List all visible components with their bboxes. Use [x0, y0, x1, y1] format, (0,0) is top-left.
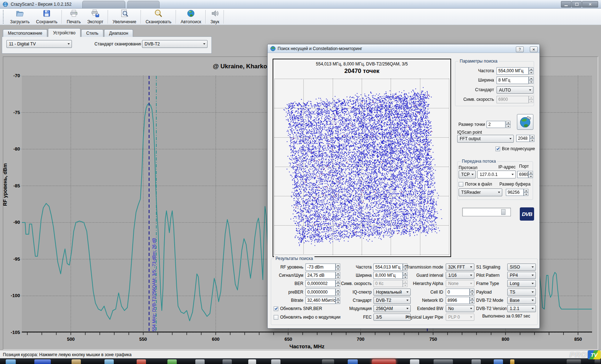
- res4-row-5-combo[interactable]: 1.2.1: [507, 305, 536, 312]
- point-size-field[interactable]: 2: [487, 121, 505, 128]
- taskbar-orange-dot[interactable]: [510, 359, 514, 364]
- res2-row-1-field[interactable]: 8,000 МГц: [373, 272, 403, 279]
- taskbar-window-app[interactable]: [434, 359, 453, 364]
- res1-row-1-field[interactable]: 24,75 dB: [306, 272, 336, 279]
- res4-row-1-combo[interactable]: PP4: [507, 272, 536, 279]
- taskbar-gray-app[interactable]: [195, 359, 205, 364]
- tab-location[interactable]: Местоположение: [3, 29, 47, 37]
- scan-standard-select[interactable]: DVB-T2: [142, 40, 207, 48]
- res4-row-4-combo[interactable]: Base: [507, 297, 536, 304]
- taskbar-active-red[interactable]: [372, 359, 396, 364]
- port-field[interactable]: 6969: [517, 171, 528, 178]
- taskbar-blue2-app[interactable]: [494, 359, 503, 364]
- taskbar-blue-square[interactable]: [348, 359, 358, 364]
- param-row-1-field[interactable]: 8 МГц: [497, 77, 529, 84]
- scan-magnifier-icon: [154, 9, 163, 19]
- dialog-close-button[interactable]: ✕: [530, 46, 538, 52]
- res3-row-3-spinner[interactable]: [470, 289, 474, 296]
- tab-range[interactable]: Диапазон: [104, 29, 133, 37]
- res4-row-2-combo[interactable]: Long: [507, 280, 536, 287]
- y-tick-label: -95: [5, 256, 20, 262]
- param-row-2-combo[interactable]: AUTO: [497, 86, 533, 94]
- taskbar[interactable]: [0, 358, 601, 364]
- sound-button[interactable]: Звук: [207, 9, 223, 25]
- constellation-scatter[interactable]: [274, 79, 449, 255]
- load-button[interactable]: Загрузить: [7, 9, 33, 25]
- port-spinner[interactable]: [528, 171, 533, 178]
- param-row-2-value: AUTO: [497, 88, 527, 93]
- param-row-0-field[interactable]: 554,000 МГц: [497, 67, 529, 75]
- param-row-3-field: 6900: [497, 96, 529, 103]
- fft-size-field[interactable]: 2048: [516, 135, 530, 142]
- ip-address-select[interactable]: 127.0.0.1: [477, 171, 516, 178]
- taskbar-dark-wide[interactable]: [322, 359, 334, 364]
- autosearch-button[interactable]: Автопоиск: [177, 9, 204, 25]
- window-titlebar[interactable]: CrazyScan2 - Версия 1.0.2.152 ✕: [0, 0, 601, 9]
- point-size-label: Размер точки: [436, 121, 485, 128]
- res3-row-1-combo[interactable]: 1/16: [446, 272, 474, 279]
- taskbar-dark-app[interactable]: [223, 359, 232, 364]
- taskbar-gray2-app[interactable]: [471, 359, 481, 364]
- results-checkbox-0[interactable]: Обновлять SNR,BER: [274, 306, 322, 311]
- y-tick-label: -80: [5, 146, 20, 152]
- all-subcarriers-checkbox[interactable]: Все поднесущие: [495, 146, 535, 152]
- point-size-spinner[interactable]: [506, 121, 510, 128]
- taskbar-doc-app[interactable]: [248, 359, 256, 364]
- save-button[interactable]: Сохранить: [33, 9, 61, 25]
- scan-button[interactable]: Сканировать: [142, 9, 175, 25]
- res1-row-2-field[interactable]: 0,0000002: [306, 280, 336, 287]
- dialog-titlebar[interactable]: Поиск несущей и Constellation-мониторинг…: [268, 44, 539, 53]
- y-tick-label: -100: [5, 293, 20, 298]
- dialog-help-button[interactable]: ?: [516, 46, 524, 52]
- res4-row-0-combo[interactable]: SISO: [507, 264, 536, 271]
- buffer-size-field[interactable]: 96256: [506, 189, 524, 196]
- iqscan-point-select[interactable]: FFT output: [457, 135, 514, 143]
- print-button[interactable]: Печать: [63, 9, 84, 25]
- results-checkbox-1[interactable]: Обновлять инфо о модуляции: [274, 314, 341, 320]
- res3-row-4-spinner[interactable]: [470, 297, 474, 304]
- satellite-icon-button[interactable]: [517, 114, 533, 130]
- fft-size-spinner[interactable]: [530, 135, 534, 142]
- tab-style[interactable]: Стиль: [81, 29, 103, 37]
- res3-row-6-value: PLP 0: [446, 315, 468, 320]
- res4-row-3-combo[interactable]: TS: [507, 289, 536, 296]
- zoom-button[interactable]: Увеличение: [109, 9, 140, 25]
- res2-row-0-field[interactable]: 554,013 МГц: [373, 264, 403, 271]
- taskbar-browser-sphere[interactable]: [6, 359, 16, 364]
- toolbar-grip[interactable]: [3, 10, 5, 24]
- res3-row-3-field[interactable]: 0: [446, 289, 470, 296]
- toolbar-separator: [62, 10, 62, 24]
- protocol-select[interactable]: TCP: [459, 171, 476, 178]
- taskbar-blue-app[interactable]: [34, 359, 51, 364]
- stream-to-file-checkbox[interactable]: Поток в файл: [459, 181, 492, 187]
- reader-select[interactable]: TSReader: [459, 188, 502, 196]
- tab-device[interactable]: Устройство: [48, 28, 80, 37]
- checkbox-icon: [274, 306, 278, 311]
- res1-row-3-field[interactable]: 0,0000000: [306, 289, 336, 296]
- taskbar-messenger[interactable]: [104, 359, 114, 364]
- res1-row-4-field[interactable]: 32,460 Мбит/с: [306, 297, 336, 304]
- res1-row-0-field[interactable]: -73 dBm: [306, 264, 336, 271]
- res3-row-5-combo[interactable]: No: [446, 305, 474, 312]
- taskbar-green-app[interactable]: [167, 359, 177, 364]
- app-globe-icon: [3, 1, 8, 7]
- close-button[interactable]: ✕: [582, 1, 598, 8]
- taskbar-gray-sphere[interactable]: [271, 359, 280, 364]
- res3-row-4-field[interactable]: 8996: [446, 297, 470, 304]
- taskbar-light-app[interactable]: [410, 359, 419, 364]
- constellation-box: 554,013 МГц, 8,000 МГц, DVB-T2/256QAM, 3…: [273, 59, 451, 257]
- res3-row-0-combo[interactable]: 32K FFT: [446, 264, 474, 271]
- y-tick-label: -70: [5, 73, 20, 78]
- export-button[interactable]: Экспорт: [84, 9, 107, 25]
- maximize-button[interactable]: [572, 1, 582, 8]
- param-row-0-spinner[interactable]: [529, 67, 533, 74]
- param-row-1-spinner[interactable]: [529, 77, 533, 84]
- device-select[interactable]: 11 - Digital TV: [6, 40, 72, 48]
- zoom-document-icon: [120, 9, 129, 19]
- param-row-3-label: Симв. скорость: [446, 96, 494, 103]
- minimize-button[interactable]: [561, 1, 571, 8]
- taskbar-red-app[interactable]: [137, 359, 146, 364]
- buffer-size-spinner[interactable]: [524, 189, 528, 196]
- taskbar-folder[interactable]: [72, 359, 81, 364]
- satellite-globe-icon: [518, 115, 532, 129]
